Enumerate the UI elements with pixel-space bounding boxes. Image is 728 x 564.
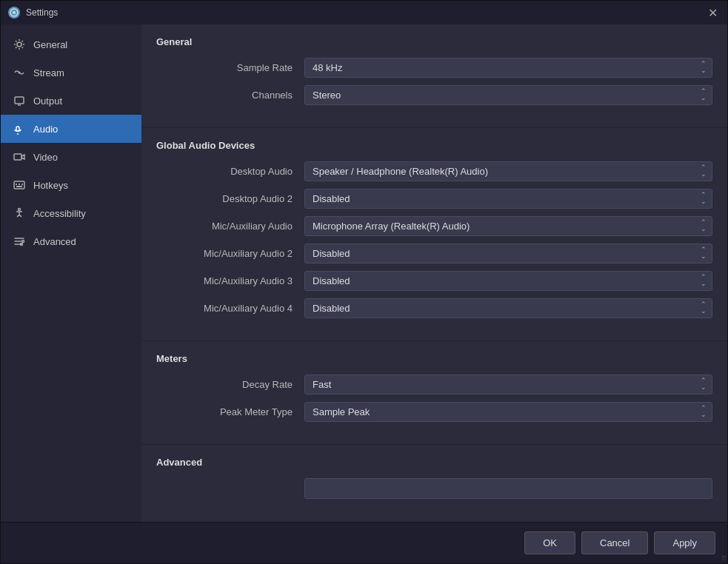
label-mic-aux-2: Mic/Auxiliary Audio 2 [156,248,304,259]
field-channels: Channels Stereo Mono [156,85,712,105]
control-desktop-audio-2: Disabled [304,189,712,209]
field-peak-meter: Peak Meter Type Sample Peak True Peak [156,402,712,422]
label-mic-aux: Mic/Auxiliary Audio [156,221,304,232]
control-sample-rate: 48 kHz 44.1 kHz [304,58,712,78]
field-advanced-partial [156,478,712,499]
sidebar-item-output[interactable]: Output [1,87,141,115]
select-wrapper-desktop-audio: Speaker / Headphone (Realtek(R) Audio) D… [304,161,712,181]
select-mic-aux-4[interactable]: Disabled [304,298,712,318]
select-wrapper-mic-aux-2: Disabled [304,244,712,263]
video-icon [13,150,26,164]
svg-rect-4 [15,97,24,104]
select-desktop-audio-2[interactable]: Disabled [304,189,712,209]
content-area: General Stream Output [1,24,727,522]
svg-point-3 [19,72,21,74]
sidebar-label-hotkeys: Hotkeys [33,180,68,191]
field-mic-aux: Mic/Auxiliary Audio Microphone Array (Re… [156,216,712,236]
select-channels[interactable]: Stereo Mono [304,85,712,105]
control-decay-rate: Fast Medium Slow [304,375,712,395]
select-wrapper-mic-aux: Microphone Array (Realtek(R) Audio) Disa… [304,216,712,236]
sidebar: General Stream Output [1,24,141,522]
window-title: Settings [26,7,58,18]
svg-rect-8 [16,184,17,185]
select-advanced-partial [304,478,712,499]
select-mic-aux-3[interactable]: Disabled [304,271,712,291]
label-decay-rate: Decay Rate [156,379,304,390]
select-wrapper-mic-aux-3: Disabled [304,271,712,291]
titlebar-left: Settings [8,7,58,19]
select-wrapper-desktop-audio-2: Disabled [304,189,712,209]
section-general-title: General [156,36,712,47]
field-sample-rate: Sample Rate 48 kHz 44.1 kHz [156,58,712,78]
svg-point-12 [19,209,21,211]
select-wrapper-mic-aux-4: Disabled [304,298,712,318]
label-sample-rate: Sample Rate [156,62,304,73]
label-mic-aux-4: Mic/Auxiliary Audio 4 [156,303,304,314]
control-desktop-audio: Speaker / Headphone (Realtek(R) Audio) D… [304,161,712,181]
hotkeys-icon [13,178,26,192]
output-icon [13,94,26,107]
sidebar-label-video: Video [33,152,58,163]
field-desktop-audio-2: Desktop Audio 2 Disabled [156,189,712,209]
field-mic-aux-3: Mic/Auxiliary Audio 3 Disabled [156,271,712,291]
sidebar-label-audio: Audio [33,124,58,135]
section-general: General Sample Rate 48 kHz 44.1 kHz Chan… [141,24,727,128]
sidebar-item-general[interactable]: General [1,30,141,58]
close-button[interactable]: ✕ [705,5,720,20]
select-decay-rate[interactable]: Fast Medium Slow [304,375,712,395]
sidebar-item-advanced[interactable]: Advanced [1,227,141,255]
select-wrapper-sample-rate: 48 kHz 44.1 kHz [304,58,712,78]
select-mic-aux-2[interactable]: Disabled [304,244,712,263]
select-wrapper-peak-meter: Sample Peak True Peak [304,402,712,422]
section-meters: Meters Decay Rate Fast Medium Slow [141,341,727,445]
select-wrapper-channels: Stereo Mono [304,85,712,105]
main-content: General Sample Rate 48 kHz 44.1 kHz Chan… [141,24,727,522]
section-global-audio: Global Audio Devices Desktop Audio Speak… [141,128,727,341]
field-mic-aux-2: Mic/Auxiliary Audio 2 Disabled [156,244,712,263]
select-peak-meter[interactable]: Sample Peak True Peak [304,402,712,422]
apply-button[interactable]: Apply [654,531,715,554]
section-advanced: Advanced [141,445,727,512]
control-mic-aux: Microphone Array (Realtek(R) Audio) Disa… [304,216,712,236]
settings-window: Settings ✕ General [0,0,728,564]
select-wrapper-decay-rate: Fast Medium Slow [304,375,712,395]
svg-point-1 [13,11,16,14]
app-icon [8,7,20,19]
titlebar: Settings ✕ [1,1,727,24]
accessibility-icon [13,207,26,220]
sidebar-label-stream: Stream [33,67,64,78]
stream-icon [13,66,26,79]
sidebar-item-stream[interactable]: Stream [1,58,141,87]
label-desktop-audio: Desktop Audio [156,166,304,177]
gear-icon [13,38,26,51]
section-meters-title: Meters [156,353,712,364]
control-mic-aux-2: Disabled [304,244,712,263]
cancel-button[interactable]: Cancel [581,531,648,554]
control-peak-meter: Sample Peak True Peak [304,402,712,422]
svg-rect-5 [16,127,19,131]
select-mic-aux[interactable]: Microphone Array (Realtek(R) Audio) Disa… [304,216,712,236]
select-desktop-audio[interactable]: Speaker / Headphone (Realtek(R) Audio) D… [304,161,712,181]
control-mic-aux-3: Disabled [304,271,712,291]
svg-point-2 [17,42,21,47]
ok-button[interactable]: OK [524,531,575,554]
svg-rect-6 [14,154,21,160]
sidebar-label-general: General [33,39,67,50]
sidebar-item-accessibility[interactable]: Accessibility [1,199,141,227]
section-global-audio-title: Global Audio Devices [156,140,712,151]
svg-point-13 [22,241,24,243]
svg-rect-10 [21,184,23,185]
control-mic-aux-4: Disabled [304,298,712,318]
resize-handle: ⠿ [721,554,727,563]
sidebar-item-video[interactable]: Video [1,143,141,171]
audio-icon [13,122,26,135]
select-sample-rate[interactable]: 48 kHz 44.1 kHz [304,58,712,78]
sidebar-item-hotkeys[interactable]: Hotkeys [1,171,141,199]
field-desktop-audio: Desktop Audio Speaker / Headphone (Realt… [156,161,712,181]
label-channels: Channels [156,90,304,101]
sidebar-item-audio[interactable]: Audio [1,115,141,143]
svg-rect-9 [19,184,20,185]
control-channels: Stereo Mono [304,85,712,105]
footer: OK Cancel Apply ⠿ [1,522,727,563]
section-advanced-title: Advanced [156,457,712,468]
